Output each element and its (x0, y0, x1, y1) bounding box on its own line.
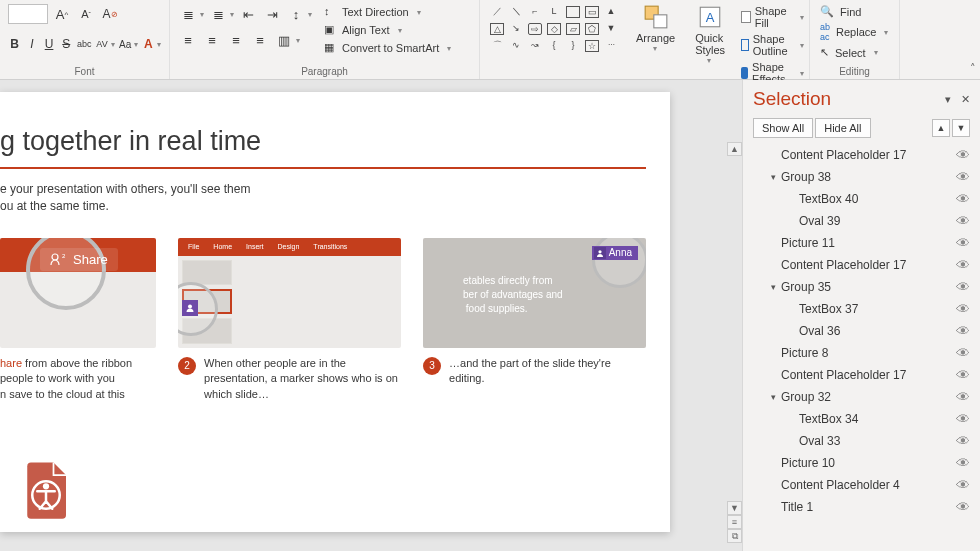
font-group: A^ Aˇ A⊘ B I U S abc AV▾ Aa▾ A▾ Font (0, 0, 170, 79)
selection-item[interactable]: Content Placeholder 17👁 (753, 364, 970, 386)
columns-button[interactable]: ▥ (274, 30, 294, 50)
svg-point-6 (188, 304, 192, 308)
underline-button[interactable]: U (42, 34, 55, 54)
increase-font-button[interactable]: A^ (52, 4, 72, 24)
slide[interactable]: g together in real time e your presentat… (0, 92, 670, 532)
editing-group: 🔍Find abacReplace▾ ↖Select▾ Editing (810, 0, 900, 79)
align-text-button[interactable]: ▣Align Text▾ (322, 22, 453, 38)
visibility-toggle-icon[interactable]: 👁 (956, 235, 970, 251)
selection-item[interactable]: ▾Group 35👁 (753, 276, 970, 298)
selection-item[interactable]: ▾Group 32👁 (753, 386, 970, 408)
visibility-toggle-icon[interactable]: 👁 (956, 345, 970, 361)
line-spacing-button[interactable]: ↕ (286, 4, 306, 24)
shadow-button[interactable]: abc (77, 34, 92, 54)
visibility-toggle-icon[interactable]: 👁 (956, 169, 970, 185)
bold-button[interactable]: B (8, 34, 21, 54)
clear-formatting-button[interactable]: A⊘ (100, 4, 120, 24)
visibility-toggle-icon[interactable]: 👁 (956, 301, 970, 317)
thumb-block-1: 2 Share hare from above the ribbon peopl… (0, 238, 156, 402)
arrange-button[interactable]: Arrange▾ (630, 4, 681, 53)
svg-rect-1 (653, 15, 666, 28)
decrease-indent-button[interactable]: ⇤ (238, 4, 258, 24)
convert-smartart-button[interactable]: ▦Convert to SmartArt▾ (322, 40, 453, 56)
change-case-button[interactable]: Aa (119, 34, 132, 54)
visibility-toggle-icon[interactable]: 👁 (956, 191, 970, 207)
align-right-button[interactable]: ≡ (226, 30, 246, 50)
close-pane-button[interactable]: ✕ (961, 93, 970, 106)
selection-item[interactable]: TextBox 34👁 (753, 408, 970, 430)
user-marker-icon (182, 300, 198, 316)
visibility-toggle-icon[interactable]: 👁 (956, 213, 970, 229)
selection-item[interactable]: Picture 10👁 (753, 452, 970, 474)
select-button[interactable]: ↖Select▾ (818, 45, 891, 60)
thumb-block-3: etables directly from ber of advantages … (423, 238, 646, 402)
selection-item[interactable]: Oval 39👁 (753, 210, 970, 232)
char-spacing-button[interactable]: AV (95, 34, 108, 54)
user-avatar-icon (594, 247, 606, 259)
slide-title: g together in real time (0, 126, 646, 157)
visibility-toggle-icon[interactable]: 👁 (956, 499, 970, 515)
visibility-toggle-icon[interactable]: 👁 (956, 477, 970, 493)
visibility-toggle-icon[interactable]: 👁 (956, 433, 970, 449)
thumbnail-1: 2 Share (0, 238, 156, 348)
italic-button[interactable]: I (25, 34, 38, 54)
visibility-toggle-icon[interactable]: 👁 (956, 367, 970, 383)
selection-item[interactable]: Oval 36👁 (753, 320, 970, 342)
selection-item[interactable]: Content Placeholder 17👁 (753, 144, 970, 166)
scroll-up-widget[interactable]: ▲ (727, 142, 742, 156)
pane-options-button[interactable]: ▾ (945, 93, 951, 106)
selection-item[interactable]: Content Placeholder 17👁 (753, 254, 970, 276)
bring-forward-button[interactable]: ▲ (932, 119, 950, 137)
shape-outline-button[interactable]: Shape Outline▾ (739, 32, 806, 58)
selection-pane: Selection ▾ ✕ Show All Hide All ▲ ▼ Cont… (742, 80, 980, 551)
caption-2: 2 When other people are in the presentat… (178, 356, 401, 402)
visibility-toggle-icon[interactable]: 👁 (956, 279, 970, 295)
selection-item[interactable]: Content Placeholder 4👁 (753, 474, 970, 496)
increase-indent-button[interactable]: ⇥ (262, 4, 282, 24)
caption-3: 3 …and the part of the slide they're edi… (423, 356, 646, 387)
quick-styles-button[interactable]: A Quick Styles▾ (689, 4, 731, 65)
show-all-button[interactable]: Show All (753, 118, 813, 138)
thumb-block-2: FileHomeInsertDesignTransitions 2 When o… (178, 238, 401, 402)
visibility-toggle-icon[interactable]: 👁 (956, 411, 970, 427)
selection-item[interactable]: TextBox 37👁 (753, 298, 970, 320)
user-tag: Anna (592, 246, 638, 260)
replace-button[interactable]: abacReplace▾ (818, 21, 891, 43)
decrease-font-button[interactable]: Aˇ (76, 4, 96, 24)
scroll-nav-widget[interactable]: ▼≡⧉ (727, 501, 742, 543)
selection-item[interactable]: ▾Group 38👁 (753, 166, 970, 188)
justify-button[interactable]: ≡ (250, 30, 270, 50)
hide-all-button[interactable]: Hide All (815, 118, 870, 138)
numbering-button[interactable]: ≣ (208, 4, 228, 24)
svg-point-9 (43, 483, 49, 489)
visibility-toggle-icon[interactable]: 👁 (956, 389, 970, 405)
visibility-toggle-icon[interactable]: 👁 (956, 257, 970, 273)
selection-item[interactable]: TextBox 40👁 (753, 188, 970, 210)
selection-item[interactable]: Picture 8👁 (753, 342, 970, 364)
collapse-ribbon-button[interactable]: ˄ (970, 62, 976, 75)
accessibility-icon (20, 460, 72, 520)
selection-item[interactable]: Title 1👁 (753, 496, 970, 518)
visibility-toggle-icon[interactable]: 👁 (956, 323, 970, 339)
step-number-3: 3 (423, 357, 441, 375)
visibility-toggle-icon[interactable]: 👁 (956, 147, 970, 163)
send-backward-button[interactable]: ▼ (952, 119, 970, 137)
align-left-button[interactable]: ≡ (178, 30, 198, 50)
find-button[interactable]: 🔍Find (818, 4, 891, 19)
paragraph-group: ≣▾ ≣▾ ⇤ ⇥ ↕▾ ≡ ≡ ≡ ≡ ▥▾ ↕Text Direction▾… (170, 0, 480, 79)
align-center-button[interactable]: ≡ (202, 30, 222, 50)
visibility-toggle-icon[interactable]: 👁 (956, 455, 970, 471)
selection-item[interactable]: Picture 11👁 (753, 232, 970, 254)
font-size-input[interactable] (8, 4, 48, 24)
font-color-button[interactable]: A (142, 34, 155, 54)
shapes-gallery[interactable]: ／＼⌐L▭▲ △↘⇨◇▱⬠▼ ⌒∿↝{}☆⋯ (488, 4, 622, 56)
bullets-button[interactable]: ≣ (178, 4, 198, 24)
selection-tree: Content Placeholder 17👁▾Group 38👁TextBox… (753, 144, 970, 518)
thumbnail-2: FileHomeInsertDesignTransitions (178, 238, 401, 348)
text-direction-button[interactable]: ↕Text Direction▾ (322, 4, 453, 20)
selection-item[interactable]: Oval 33👁 (753, 430, 970, 452)
shape-fill-button[interactable]: Shape Fill▾ (739, 4, 806, 30)
title-underline (0, 167, 646, 169)
strike-button[interactable]: S (60, 34, 73, 54)
font-group-label: Font (8, 64, 161, 77)
